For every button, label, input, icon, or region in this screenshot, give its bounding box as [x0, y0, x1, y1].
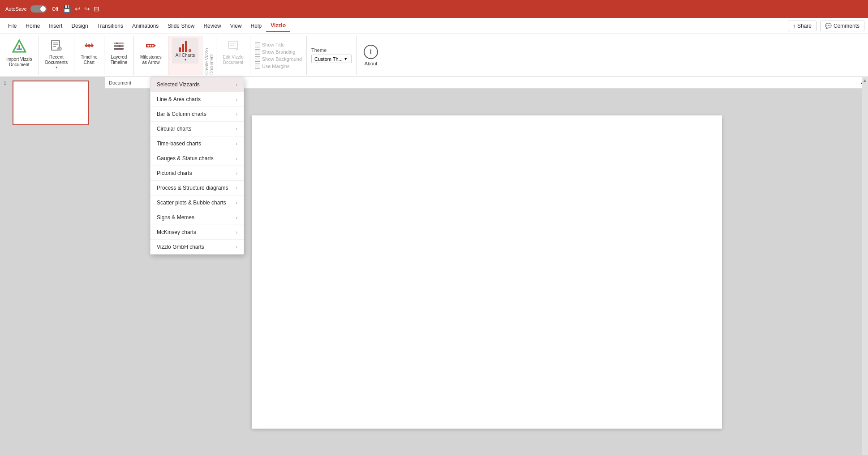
menu-home[interactable]: Home: [21, 20, 44, 32]
dropdown-item-vizzlo-gmbh[interactable]: Vizzlo GmbH charts ›: [150, 240, 244, 254]
dropdown-item-label-circular: Circular charts: [157, 126, 191, 132]
show-background-checkbox[interactable]: [255, 56, 260, 62]
dropdown-chevron-time-based: ›: [236, 141, 237, 146]
dropdown-chevron-scatter-bubble: ›: [236, 200, 237, 205]
slide-thumb-wrapper: 1: [4, 81, 101, 125]
comments-icon: 💬: [825, 23, 832, 29]
svg-point-21: [120, 48, 122, 50]
dropdown-item-mckinsey[interactable]: McKinsey charts ›: [150, 225, 244, 240]
svg-marker-29: [236, 48, 238, 51]
ribbon-group-top-milestones: Milestonesas Arrow: [134, 36, 168, 75]
menu-help[interactable]: Help: [246, 20, 266, 32]
timeline-chart-label: TimelineChart: [81, 55, 97, 65]
ribbon: Import VizzloDocument ↺ RecentDocuments: [0, 34, 868, 77]
menu-vizzlo[interactable]: Vizzlo: [266, 20, 290, 32]
timeline-icon: [83, 39, 95, 54]
toggle-knob: [40, 6, 46, 12]
import-vizzlo-button[interactable]: Import VizzloDocument: [4, 38, 35, 69]
vizzlo-logo-icon: [12, 39, 26, 56]
dropdown-item-label-scatter-bubble: Scatter plots & Bubble charts: [157, 200, 226, 206]
ribbon-about-button[interactable]: i About: [357, 36, 385, 75]
all-charts-label: All Charts: [176, 53, 195, 58]
scrollbar-up-arrow[interactable]: ▲: [862, 77, 868, 84]
recent-docs-icon: ↺: [50, 39, 63, 54]
ribbon-group-all-charts: All Charts ▾: [168, 36, 202, 75]
all-charts-dropdown-arrow: ▾: [185, 58, 186, 62]
create-vizzlo-section: Create Vizzlo Document: [202, 36, 216, 75]
milestones-arrow-button[interactable]: Milestonesas Arrow: [138, 38, 164, 67]
save-icon[interactable]: 💾: [63, 5, 71, 13]
dropdown-item-signs-memes[interactable]: Signs & Memes ›: [150, 210, 244, 225]
menu-animations[interactable]: Animations: [128, 20, 163, 32]
dropdown-item-label-mckinsey: McKinsey charts: [157, 229, 196, 235]
show-background-label: Show Background: [262, 56, 302, 62]
slide-canvas[interactable]: [252, 115, 722, 429]
use-margins-checkbox[interactable]: [255, 64, 260, 69]
dropdown-item-bar-column[interactable]: Bar & Column charts ›: [150, 107, 244, 122]
dropdown-chevron-process-structure: ›: [236, 186, 237, 191]
show-branding-checkbox[interactable]: [255, 49, 260, 55]
redo-icon[interactable]: ↪: [84, 5, 90, 13]
all-charts-button[interactable]: All Charts ▾: [172, 38, 198, 64]
ribbon-group-milestones: Milestonesas Arrow: [134, 36, 168, 75]
dropdown-item-scatter-bubble[interactable]: Scatter plots & Bubble charts ›: [150, 196, 244, 210]
timeline-chart-button[interactable]: TimelineChart: [78, 38, 100, 67]
use-margins-label: Use Margins: [262, 64, 290, 69]
ribbon-theme-group: Theme Custom Th... ▾: [307, 36, 357, 75]
menu-design[interactable]: Design: [67, 20, 92, 32]
dropdown-item-selected-vizzards[interactable]: Selected Vizzards ›: [150, 77, 244, 92]
theme-dropdown[interactable]: Custom Th... ▾: [311, 55, 352, 63]
dropdown-item-process-structure[interactable]: Process & Structure diagrams ›: [150, 181, 244, 196]
toggle-off-label: Off: [52, 6, 58, 12]
svg-point-20: [119, 45, 120, 47]
comments-button[interactable]: 💬 Comments: [820, 21, 864, 31]
share-icon: ↑: [793, 23, 795, 29]
recent-documents-button[interactable]: ↺ RecentDocuments ▾: [43, 38, 71, 71]
canvas-scrollbar[interactable]: ▲: [862, 77, 868, 455]
dropdown-item-time-based[interactable]: Time-based charts ›: [150, 136, 244, 151]
autosave-label: AutoSave: [5, 6, 27, 12]
dropdown-item-circular[interactable]: Circular charts ›: [150, 122, 244, 136]
undo-icon[interactable]: ↩: [75, 5, 81, 13]
ribbon-group-top-all-charts: All Charts ▾: [168, 36, 202, 75]
show-branding-label: Show Branding: [262, 49, 296, 55]
menu-bar: File Home Insert Design Transitions Anim…: [0, 18, 868, 34]
ribbon-options-group: Show Title Show Branding Show Background…: [250, 36, 307, 75]
dropdown-item-label-gauges-status: Gauges & Status charts: [157, 155, 214, 162]
menu-transitions[interactable]: Transitions: [93, 20, 128, 32]
menu-review[interactable]: Review: [199, 20, 225, 32]
dropdown-item-line-area[interactable]: Line & Area charts ›: [150, 92, 244, 107]
title-bar-icons: 💾 ↩ ↪ ⊟: [63, 5, 99, 13]
dropdown-item-label-signs-memes: Signs & Memes: [157, 214, 194, 221]
menu-insert[interactable]: Insert: [44, 20, 67, 32]
ribbon-group-recent: ↺ RecentDocuments ▾: [39, 36, 75, 75]
ribbon-group-layered: LayeredTimeline: [104, 36, 134, 75]
slide-panel: 1: [0, 77, 105, 455]
menu-file[interactable]: File: [4, 20, 21, 32]
dropdown-chevron-vizzlo-gmbh: ›: [236, 245, 237, 250]
show-title-checkbox[interactable]: [255, 42, 260, 47]
about-label: About: [365, 61, 378, 66]
layered-timeline-label: LayeredTimeline: [111, 55, 127, 65]
share-button[interactable]: ↑ Share: [788, 21, 816, 31]
dropdown-item-pictorial[interactable]: Pictorial charts ›: [150, 166, 244, 181]
dropdown-item-label-process-structure: Process & Structure diagrams: [157, 185, 228, 191]
dropdown-chevron-line-area: ›: [236, 97, 237, 102]
edit-vizzlo-button[interactable]: Edit VizzloDocument: [220, 38, 246, 67]
title-bar-left: AutoSave Off: [5, 5, 58, 13]
menu-view[interactable]: View: [226, 20, 246, 32]
canvas-toolbar-label: Document: [109, 80, 131, 85]
dropdown-chevron-bar-column: ›: [236, 112, 237, 117]
svg-text:↺: ↺: [59, 48, 61, 51]
slide-number: 1: [4, 81, 10, 86]
layout-icon[interactable]: ⊟: [94, 5, 99, 13]
show-title-label: Show Title: [262, 42, 285, 47]
layered-timeline-icon: [112, 39, 125, 54]
autosave-toggle[interactable]: [30, 5, 47, 13]
dropdown-item-gauges-status[interactable]: Gauges & Status charts ›: [150, 151, 244, 166]
ribbon-group-edit: Edit VizzloDocument: [216, 36, 250, 75]
menu-slideshow[interactable]: Slide Show: [163, 20, 199, 32]
layered-timeline-button[interactable]: LayeredTimeline: [108, 38, 130, 67]
theme-value: Custom Th...: [314, 56, 343, 62]
slide-thumbnail[interactable]: [13, 81, 89, 125]
